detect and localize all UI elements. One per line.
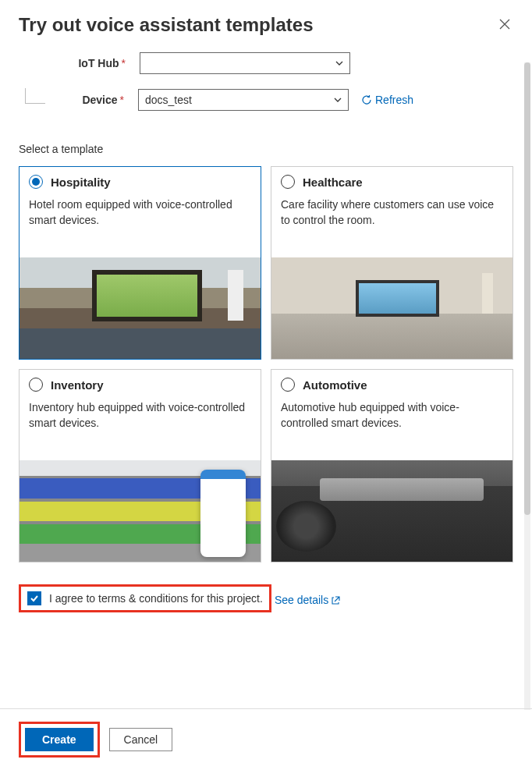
- template-card-healthcare[interactable]: Healthcare Care facility where customers…: [271, 166, 513, 360]
- page-title: Try out voice assistant templates: [19, 14, 313, 36]
- template-card-inventory[interactable]: Inventory Inventory hub equipped with vo…: [19, 369, 261, 562]
- template-card-hospitality[interactable]: Hospitality Hotel room equipped with voi…: [19, 166, 261, 360]
- card-desc: Inventory hub equipped with voice-contro…: [29, 399, 251, 446]
- create-button[interactable]: Create: [25, 728, 94, 751]
- radio-hospitality[interactable]: [29, 175, 43, 189]
- template-image-inventory: [20, 460, 261, 562]
- radio-healthcare[interactable]: [281, 175, 295, 189]
- scrollbar-thumb[interactable]: [524, 62, 530, 515]
- device-select[interactable]: docs_test: [138, 89, 349, 111]
- select-template-label: Select a template: [19, 143, 513, 155]
- terms-highlight-box: I agree to terms & conditions for this p…: [19, 584, 271, 612]
- card-desc: Care facility where customers can use vo…: [281, 197, 503, 243]
- device-label: Device*: [50, 94, 138, 106]
- tree-indent-line: [25, 88, 45, 104]
- card-desc: Automotive hub equipped with voice-contr…: [281, 399, 503, 446]
- template-image-healthcare: [271, 257, 512, 359]
- card-title: Hospitality: [51, 176, 111, 189]
- refresh-link[interactable]: Refresh: [361, 94, 413, 106]
- refresh-icon: [361, 94, 372, 105]
- iot-hub-label: IoT Hub*: [19, 57, 140, 69]
- see-details-link[interactable]: See details: [275, 594, 340, 606]
- template-card-automotive[interactable]: Automotive Automotive hub equipped with …: [271, 369, 513, 562]
- card-title: Automotive: [303, 378, 367, 392]
- scrollbar[interactable]: [524, 62, 530, 710]
- external-link-icon: [332, 596, 340, 605]
- card-desc: Hotel room equipped with voice-controlle…: [29, 197, 251, 243]
- template-grid: Hospitality Hotel room equipped with voi…: [19, 166, 513, 562]
- template-image-hospitality: [20, 257, 261, 359]
- radio-inventory[interactable]: [29, 378, 43, 392]
- cancel-button[interactable]: Cancel: [109, 728, 173, 751]
- terms-label: I agree to terms & conditions for this p…: [49, 592, 263, 605]
- card-title: Healthcare: [303, 176, 363, 189]
- iot-hub-select[interactable]: [140, 52, 350, 74]
- template-image-automotive: [271, 460, 512, 562]
- close-button[interactable]: [496, 14, 513, 37]
- card-title: Inventory: [51, 378, 104, 392]
- radio-automotive[interactable]: [281, 378, 295, 392]
- create-highlight-box: Create: [19, 722, 100, 758]
- terms-checkbox[interactable]: [27, 591, 41, 605]
- check-icon: [30, 594, 39, 603]
- close-icon: [499, 19, 510, 30]
